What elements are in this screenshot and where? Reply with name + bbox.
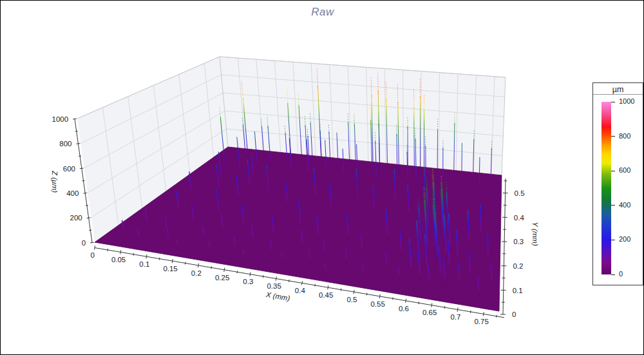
x-tick-label: 0.6 [399, 305, 409, 312]
y-tick-label: 0.4 [514, 214, 525, 222]
colorbar-tick-label: 600 [619, 166, 630, 174]
figure-frame: 00.050.10.150.20.250.30.350.40.450.50.55… [0, 0, 644, 355]
x-tick-label: 0.7 [450, 313, 460, 321]
surface-3d-scene: 00.050.10.150.20.250.30.350.40.450.50.55… [1, 1, 644, 355]
z-axis-label: Z (µm) [51, 170, 59, 193]
spike [443, 258, 445, 283]
x-tick-label: 0.75 [474, 318, 488, 325]
x-tick-label: 0.4 [295, 287, 306, 294]
colorbar-tick-label: 400 [619, 201, 630, 209]
spike [439, 246, 440, 278]
spike [488, 233, 489, 261]
colorbar-tick [611, 205, 615, 206]
y-tick-label: 0.5 [515, 189, 525, 197]
spike [386, 209, 388, 238]
colorbar-tick [611, 136, 615, 137]
x-tick-label: 0.25 [215, 274, 229, 282]
colorbar-gradient [601, 102, 611, 274]
spike [448, 240, 450, 269]
z-tick-label: 600 [63, 165, 75, 173]
y-tick-label: 0.3 [513, 238, 524, 245]
colorbar-tick [611, 171, 615, 171]
x-tick-label: 0.5 [346, 296, 357, 303]
y-axis-label: Y (mm) [531, 222, 539, 246]
y-tick-label: 0.2 [513, 262, 523, 270]
spike [346, 215, 348, 240]
colorbar-tick-label: 800 [619, 132, 630, 140]
colorbar-unit-label: µm [593, 85, 643, 94]
x-tick-label: 0.3 [243, 278, 253, 285]
z-tick-label: 400 [66, 189, 79, 197]
x-tick-label: 0 [91, 251, 95, 259]
plot-title: Raw [1, 6, 644, 19]
y-tick-label: 0.1 [513, 287, 523, 294]
z-tick-label: 200 [70, 214, 82, 222]
y-tick-label: 0 [512, 311, 516, 318]
spike [317, 216, 319, 240]
x-tick-label: 0.2 [191, 269, 202, 277]
colorbar-tick-label: 0 [619, 270, 623, 278]
colorbar-tick [611, 240, 615, 240]
x-axis-label: X (mm) [265, 291, 290, 302]
colorbar-tick-label: 1000 [619, 97, 634, 105]
x-tick-label: 0.35 [267, 282, 281, 290]
z-tick-label: 800 [59, 140, 71, 148]
x-tick-label: 0.15 [163, 265, 177, 273]
spike [480, 204, 481, 235]
z-tick-label: 0 [82, 239, 86, 247]
x-tick-label: 0.45 [319, 291, 333, 299]
colorbar-tick [611, 274, 615, 275]
x-tick-label: 0.55 [370, 300, 384, 308]
spike [419, 252, 421, 279]
colorbar-tick-label: 200 [619, 235, 630, 243]
z-tick-label: 1000 [52, 115, 69, 123]
x-tick-label: 0.1 [139, 260, 149, 268]
spike [400, 231, 401, 254]
spike [437, 119, 438, 173]
colorbar: µm 02004006008001000 [592, 82, 643, 285]
colorbar-separator [593, 94, 643, 95]
spike [468, 209, 469, 246]
x-tick-label: 0.05 [111, 256, 126, 264]
spike [469, 251, 471, 277]
x-tick-label: 0.65 [422, 309, 437, 316]
spike [374, 185, 375, 214]
y-axis: 00.10.20.30.40.5Y (mm) [500, 178, 539, 318]
spike [457, 231, 458, 261]
colorbar-tick [611, 102, 615, 102]
